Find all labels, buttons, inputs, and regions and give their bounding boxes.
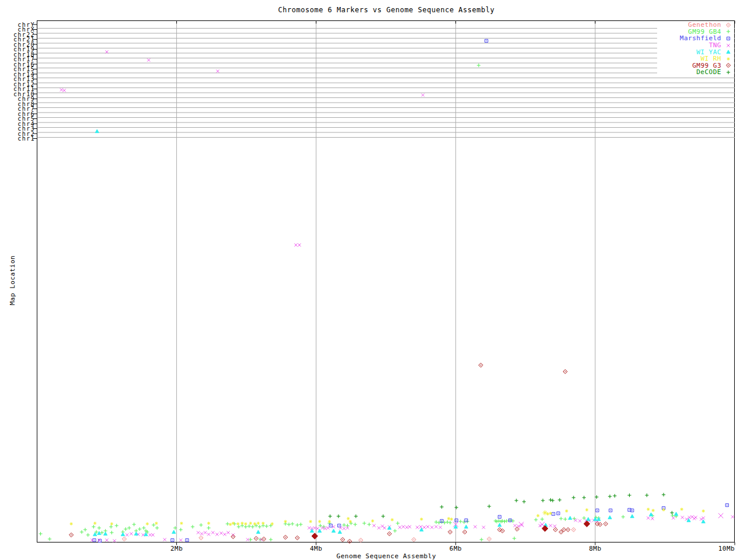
- data-point-wi-rh: [546, 512, 549, 515]
- data-point-wi-rh: [565, 509, 568, 512]
- data-point-wi-rh: [328, 520, 331, 523]
- data-point-decode: [613, 494, 616, 498]
- data-point-gm99-g3: [553, 527, 557, 531]
- data-point-tng: [431, 526, 434, 528]
- data-point-wi-rh: [585, 508, 588, 511]
- data-point-genethon: [359, 538, 363, 542]
- data-point-marshfield: [171, 538, 174, 541]
- data-point-gm99-gb4: [152, 523, 155, 527]
- scatter-plot-layer: [0, 0, 747, 560]
- legend-label: DeCODE: [696, 68, 721, 76]
- data-point-wi-rh: [371, 519, 374, 522]
- data-point-marshfield: [455, 519, 458, 522]
- data-point-wi-yac: [498, 523, 501, 527]
- data-point-wi-rh: [680, 508, 683, 510]
- data-point-decode: [551, 499, 554, 502]
- data-point-wi-rh: [318, 520, 321, 523]
- legend-marker-diamond-dot-icon: [725, 22, 732, 29]
- chromosome-label-chr1: chr1: [1, 136, 35, 141]
- data-point-gm99-gb4: [83, 528, 87, 531]
- data-point-wi-yac: [568, 516, 572, 520]
- data-point-gm99-gb4: [477, 64, 480, 67]
- data-point-gm99-g3: [479, 363, 483, 367]
- data-point-tng: [402, 525, 405, 528]
- data-point-wi-rh: [702, 509, 705, 512]
- legend-marker-plus-icon: [725, 28, 732, 35]
- data-point-wi-rh: [349, 520, 352, 523]
- data-point-decode: [662, 493, 665, 496]
- data-point-gm99-gb4: [247, 524, 251, 528]
- data-point-decode: [582, 496, 586, 499]
- data-point-tng: [294, 243, 297, 246]
- data-point-decode: [645, 494, 648, 497]
- data-point-tng: [435, 525, 438, 528]
- data-point-wi-yac: [465, 525, 468, 528]
- data-point-genethon: [487, 537, 491, 541]
- data-point-tng: [549, 524, 552, 527]
- data-point-gm99-gb4: [127, 526, 131, 530]
- data-point-tng: [163, 538, 166, 541]
- data-point-wi-rh: [420, 517, 423, 520]
- data-point-wi-rh: [257, 522, 260, 524]
- data-point-tng: [200, 532, 203, 535]
- data-point-decode: [627, 494, 631, 497]
- data-point-marshfield: [725, 503, 728, 506]
- data-point-genethon: [411, 537, 416, 541]
- data-point-gm99-gb4: [448, 521, 452, 524]
- data-point-gm99-g3: [254, 536, 258, 540]
- legend-marker-star-icon: [725, 55, 732, 62]
- data-point-tng: [147, 58, 150, 61]
- data-point-wi-rh: [236, 522, 239, 525]
- legend-marker-square-dot-icon: [725, 35, 732, 42]
- x-tick-label-6Mb: 6Mb: [438, 545, 473, 552]
- data-point-marshfield: [329, 524, 332, 527]
- data-point-wi-yac: [172, 530, 176, 534]
- data-point-decode: [354, 514, 358, 518]
- data-point-gm99-g3: [563, 369, 567, 373]
- data-point-wi-rh: [549, 512, 552, 514]
- data-point-gm99-g3: [312, 533, 317, 539]
- data-point-tng: [647, 516, 650, 519]
- legend-item-decode: DeCODE: [657, 69, 734, 76]
- data-point-decode: [329, 514, 332, 518]
- data-point-tng: [113, 539, 116, 542]
- data-point-tng: [326, 526, 329, 529]
- data-point-gm99-gb4: [109, 525, 113, 528]
- data-point-wi-rh: [207, 522, 210, 524]
- data-point-tng: [439, 526, 442, 528]
- data-point-decode: [515, 499, 518, 502]
- data-point-wi-rh: [662, 508, 665, 511]
- data-point-gm99-gb4: [48, 537, 51, 541]
- data-point-gm99-gb4: [563, 517, 567, 521]
- data-point-tng: [553, 524, 556, 527]
- data-point-gm99-g3: [283, 535, 287, 539]
- data-point-gm99-g3: [463, 530, 467, 534]
- data-point-wi-yac: [420, 528, 423, 531]
- data-point-tng: [215, 533, 218, 536]
- data-point-tng: [419, 525, 422, 528]
- data-point-wi-yac: [95, 130, 99, 133]
- data-point-tng: [226, 531, 229, 534]
- data-point-tng: [63, 89, 66, 92]
- legend-item-wi-rh: WI RH: [657, 55, 734, 62]
- data-point-tng: [207, 533, 210, 536]
- data-point-tng: [204, 531, 207, 534]
- chart-canvas: Chromosome 6 Markers vs Genome Sequence …: [0, 0, 747, 560]
- data-point-gm99-g3: [448, 530, 452, 534]
- data-point-wi-yac: [594, 517, 597, 521]
- data-point-tng: [324, 527, 327, 530]
- data-point-gm99-g3: [295, 536, 299, 540]
- data-point-decode: [558, 498, 561, 502]
- data-point-gm99-gb4: [502, 520, 506, 523]
- data-point-gm99-g3: [566, 527, 570, 531]
- data-point-tng: [399, 526, 402, 528]
- data-point-decode: [549, 498, 552, 502]
- data-point-gm99-g3: [347, 539, 351, 543]
- data-point-tng: [125, 533, 128, 536]
- data-point-wi-rh: [447, 517, 450, 520]
- data-point-gm99-gb4: [142, 526, 145, 530]
- data-point-tng: [514, 524, 516, 527]
- data-point-wi-rh: [180, 522, 183, 524]
- data-point-gm99-g3: [388, 531, 392, 536]
- data-point-marshfield: [186, 538, 189, 541]
